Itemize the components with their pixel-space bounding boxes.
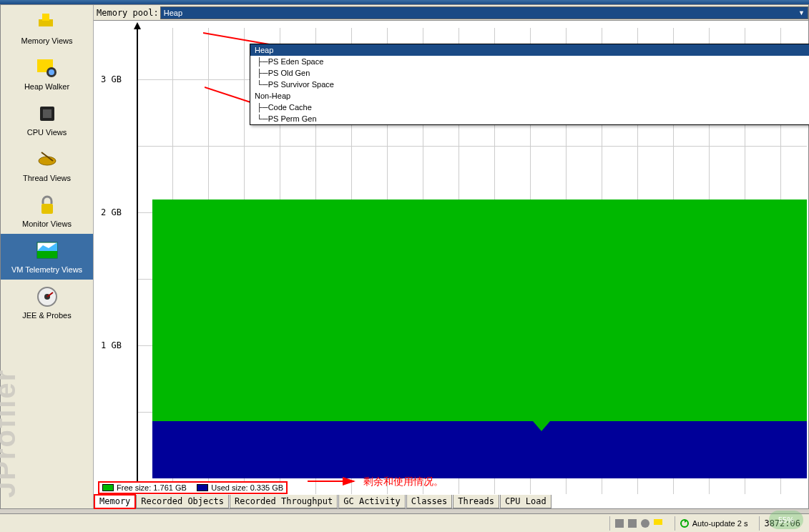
ytick: 3 GB — [101, 74, 122, 84]
ytick: 1 GB — [101, 340, 122, 350]
tab-classes[interactable]: Classes — [406, 495, 453, 508]
sidebar-item-label: Monitor Views — [22, 220, 72, 228]
sidebar-item-jee-probes[interactable]: JEE & Probes — [1, 280, 93, 325]
content: Memory pool: Heap ▼ 3 GB 2 GB 1 GB Heap — [94, 5, 808, 508]
status-bar: Auto-update 2 s 3872:06 — [0, 513, 809, 532]
dropdown-item[interactable]: └─PS Survivor Space — [250, 79, 809, 90]
sidebar-item-memory-views[interactable]: Memory Views — [1, 5, 93, 51]
dropdown-item[interactable]: ├─PS Eden Space — [250, 56, 809, 67]
memory-pool-select[interactable]: Heap ▼ — [160, 6, 808, 19]
memory-pool-bar: Memory pool: Heap ▼ — [94, 5, 808, 21]
flag-icon[interactable] — [653, 518, 663, 528]
svg-rect-10 — [41, 204, 53, 214]
monitor-views-icon — [36, 194, 59, 217]
sidebar-item-label: Memory Views — [21, 36, 73, 45]
export-icon[interactable] — [627, 518, 637, 528]
watermark-pct: 55% — [769, 511, 803, 529]
sidebar-item-heap-walker[interactable]: Heap Walker — [1, 51, 93, 97]
vm-telemetry-icon — [36, 240, 59, 262]
dropdown-item-nonheap[interactable]: Non-Heap — [250, 90, 809, 102]
swatch-free — [102, 484, 114, 491]
tab-cpu-load[interactable]: CPU Load — [500, 495, 551, 508]
svg-rect-2 — [42, 14, 49, 21]
svg-point-22 — [641, 519, 649, 528]
refresh-icon[interactable] — [680, 518, 690, 528]
help-icon[interactable] — [640, 518, 650, 528]
svg-point-5 — [49, 69, 54, 75]
free-area — [152, 200, 807, 421]
sidebar-item-label: Heap Walker — [24, 82, 69, 91]
sidebar: Memory Views Heap Walker CPU Views Threa… — [1, 5, 94, 508]
swatch-used — [197, 484, 208, 491]
memory-pool-dropdown[interactable]: Heap ├─PS Eden Space ├─PS Old Gen └─PS S… — [250, 44, 809, 125]
memory-pool-label: Memory pool: — [97, 8, 159, 18]
sidebar-item-monitor-views[interactable]: Monitor Views — [1, 188, 93, 234]
used-area — [152, 421, 807, 478]
svg-rect-12 — [37, 251, 57, 258]
cpu-views-icon — [36, 102, 59, 125]
jee-probes-icon — [36, 285, 59, 308]
sidebar-item-cpu-views[interactable]: CPU Views — [1, 97, 93, 142]
memory-views-icon — [36, 11, 59, 34]
y-axis — [137, 28, 138, 494]
heap-walker-icon — [36, 56, 59, 79]
tab-threads[interactable]: Threads — [453, 495, 499, 508]
sidebar-item-label: JEE & Probes — [22, 311, 71, 320]
tab-recorded-throughput[interactable]: Recorded Throughput — [230, 495, 338, 508]
tab-gc-activity[interactable]: GC Activity — [338, 495, 405, 508]
sidebar-item-label: VM Telemetry Views — [11, 265, 82, 274]
svg-rect-7 — [43, 109, 52, 118]
dropdown-item-heap[interactable]: Heap — [250, 44, 809, 56]
annotation-legend: 剩余和使用情况。 — [363, 476, 443, 488]
tab-memory[interactable]: Memory — [94, 495, 135, 508]
tab-recorded-objects[interactable]: Recorded Objects — [136, 495, 229, 508]
dropdown-item[interactable]: ├─PS Old Gen — [250, 67, 809, 79]
svg-rect-21 — [628, 519, 637, 528]
memory-chart: 3 GB 2 GB 1 GB Heap ├─PS Eden Space ├─PS… — [94, 21, 808, 508]
bottom-tabs: Memory Recorded Objects Recorded Through… — [94, 495, 552, 508]
thread-views-icon — [36, 148, 59, 171]
save-icon[interactable] — [614, 518, 624, 528]
legend-used: Used size: 0.335 GB — [211, 483, 283, 492]
dropdown-item[interactable]: └─PS Perm Gen — [250, 113, 809, 124]
legend: Free size: 1.761 GB Used size: 0.335 GB — [98, 481, 288, 494]
sidebar-item-vm-telemetry[interactable]: VM Telemetry Views — [1, 234, 93, 280]
sidebar-item-label: Thread Views — [23, 174, 71, 182]
chevron-down-icon: ▼ — [798, 9, 805, 16]
dropdown-item[interactable]: ├─Code Cache — [250, 102, 809, 113]
svg-rect-20 — [615, 519, 624, 528]
ytick: 2 GB — [101, 207, 122, 217]
sidebar-item-thread-views[interactable]: Thread Views — [1, 142, 93, 188]
svg-point-8 — [39, 157, 56, 165]
legend-free: Free size: 1.761 GB — [117, 483, 187, 492]
status-icons — [609, 516, 667, 531]
svg-rect-23 — [654, 519, 662, 525]
sidebar-item-label: CPU Views — [27, 128, 67, 137]
status-auto-update: Auto-update 2 s — [675, 516, 752, 531]
memory-pool-value: Heap — [164, 9, 182, 17]
